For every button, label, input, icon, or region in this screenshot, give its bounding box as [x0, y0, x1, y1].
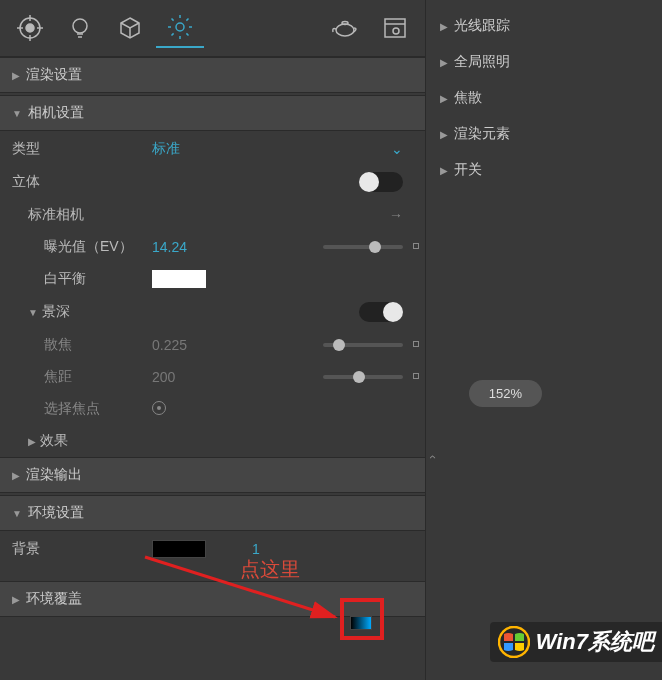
row-wb: 白平衡	[0, 263, 425, 295]
defocus-value: 0.225	[152, 337, 232, 353]
type-label: 类型	[12, 140, 152, 158]
focal-slider[interactable]	[323, 375, 403, 379]
row-pick-focus: 选择焦点	[0, 393, 425, 425]
zoom-indicator: 152%	[469, 380, 542, 407]
toolbar-window-icon[interactable]	[371, 8, 419, 48]
row-stereo: 立体	[0, 165, 425, 199]
svg-point-17	[499, 627, 529, 657]
chevron-right-icon: ▶	[12, 470, 20, 481]
std-camera-label: 标准相机	[12, 206, 152, 224]
section-env-desc[interactable]: ▶ 环境覆盖	[0, 581, 425, 617]
section-render-settings[interactable]: ▶ 渲染设置	[0, 57, 425, 93]
type-value: 标准	[152, 140, 232, 158]
section-render-output[interactable]: ▶ 渲染输出	[0, 457, 425, 493]
chevron-right-icon: ▶	[12, 70, 20, 81]
section-camera-settings[interactable]: ▼ 相机设置	[0, 95, 425, 131]
row-ev: 曝光值（EV） 14.24	[0, 231, 425, 263]
defocus-slider[interactable]	[323, 343, 403, 347]
row-dof: ▼景深	[0, 295, 425, 329]
row-focal: 焦距 200	[0, 361, 425, 393]
pick-focus-label: 选择焦点	[12, 400, 152, 418]
side-item-switch[interactable]: ▶开关	[426, 152, 662, 188]
ev-slider[interactable]	[323, 245, 403, 249]
section-label: 环境设置	[28, 504, 84, 522]
dof-toggle[interactable]	[359, 302, 403, 322]
toolbar	[0, 0, 425, 57]
toolbar-gear-icon[interactable]	[156, 8, 204, 48]
toolbar-target-icon[interactable]	[6, 8, 54, 48]
row-effects[interactable]: ▶效果	[0, 425, 425, 457]
chevron-right-icon: ▶	[12, 594, 20, 605]
wb-label: 白平衡	[12, 270, 152, 288]
dof-label: ▼景深	[12, 303, 152, 321]
stereo-label: 立体	[12, 173, 152, 191]
chevron-down-icon: ▼	[12, 508, 22, 519]
section-label: 相机设置	[28, 104, 84, 122]
toolbar-cube-icon[interactable]	[106, 8, 154, 48]
effects-label: ▶效果	[12, 432, 152, 450]
svg-point-1	[26, 24, 34, 32]
side-item-caustics[interactable]: ▶焦散	[426, 80, 662, 116]
svg-point-12	[342, 22, 348, 25]
dropdown-icon[interactable]: ⌄	[391, 141, 403, 157]
toolbar-bulb-icon[interactable]	[56, 8, 104, 48]
focal-value: 200	[152, 369, 232, 385]
bg-swatch[interactable]	[152, 540, 206, 558]
wb-swatch[interactable]	[152, 270, 206, 288]
row-defocus: 散焦 0.225	[0, 329, 425, 361]
bg-label: 背景	[12, 540, 152, 558]
svg-point-10	[176, 23, 184, 31]
section-label: 渲染设置	[26, 66, 82, 84]
section-label: 渲染输出	[26, 466, 82, 484]
panel-collapse-handle[interactable]: ‹	[426, 455, 440, 459]
ev-label: 曝光值（EV）	[12, 238, 152, 256]
svg-point-11	[336, 24, 354, 36]
row-std-camera: 标准相机 →	[0, 199, 425, 231]
arrow-right-icon[interactable]: →	[389, 207, 403, 223]
ev-value: 14.24	[152, 239, 232, 255]
bg-value: 1	[252, 541, 260, 557]
section-label: 环境覆盖	[26, 590, 82, 608]
windows-logo-icon	[498, 626, 530, 658]
watermark: Win7系统吧	[490, 622, 662, 662]
svg-point-15	[393, 28, 399, 34]
chevron-down-icon: ▼	[12, 108, 22, 119]
svg-point-6	[73, 19, 87, 33]
row-type: 类型 标准 ⌄	[0, 133, 425, 165]
pick-focus-button[interactable]	[152, 401, 166, 415]
focal-label: 焦距	[12, 368, 152, 386]
section-env-settings[interactable]: ▼ 环境设置	[0, 495, 425, 531]
defocus-label: 散焦	[12, 336, 152, 354]
gradient-map-button[interactable]	[350, 616, 372, 630]
right-panel: ▶光线跟踪 ▶全局照明 ▶焦散 ▶渲染元素 ▶开关	[426, 0, 662, 680]
side-item-raytrace[interactable]: ▶光线跟踪	[426, 8, 662, 44]
stereo-toggle[interactable]	[359, 172, 403, 192]
side-item-elements[interactable]: ▶渲染元素	[426, 116, 662, 152]
toolbar-teapot-icon[interactable]	[321, 8, 369, 48]
side-item-gi[interactable]: ▶全局照明	[426, 44, 662, 80]
watermark-text: Win7系统吧	[536, 627, 654, 657]
row-background: 背景 1	[0, 533, 425, 565]
left-panel: ▶ 渲染设置 ▼ 相机设置 类型 标准 ⌄ 立体 标准相机 → 曝光值（EV） …	[0, 0, 426, 680]
